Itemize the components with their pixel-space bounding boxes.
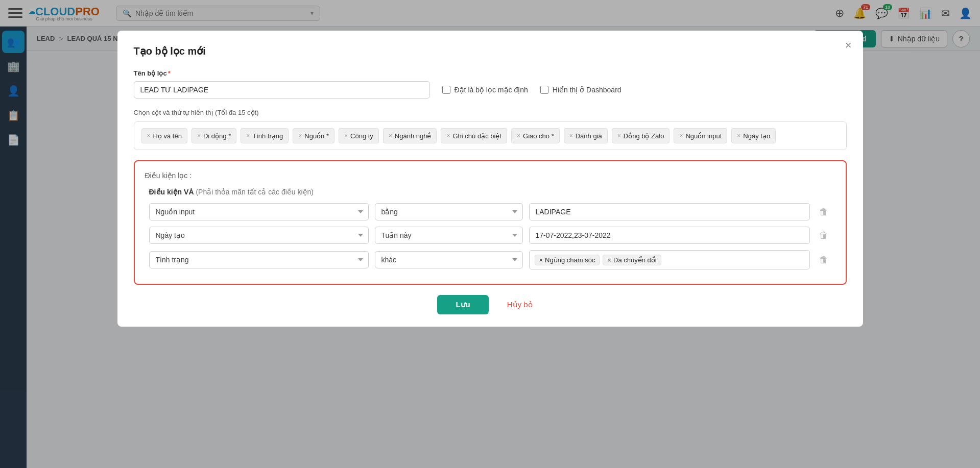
- condition-field-3[interactable]: Tình trạng: [149, 251, 369, 268]
- delete-condition-1-button[interactable]: 🗑: [816, 206, 831, 218]
- condition-field-2[interactable]: Ngày tạo: [149, 227, 369, 244]
- condition-value-2[interactable]: [529, 227, 810, 244]
- filter-name-row: Đặt là bộ lọc mặc định Hiển thị ở Dashbo…: [134, 81, 847, 98]
- remove-column-tag[interactable]: ×: [517, 132, 520, 139]
- remove-column-tag[interactable]: ×: [679, 132, 683, 139]
- required-marker: *: [168, 69, 171, 77]
- filter-modal: Tạo bộ lọc mới × Tên bộ lọc* Đặt là bộ l…: [117, 31, 863, 327]
- column-tag: × Ngành nghề: [383, 128, 437, 143]
- column-tag: × Đánh giá: [564, 128, 608, 143]
- modal-footer: Lưu Hủy bỏ: [134, 295, 847, 314]
- filter-conditions-title: Điều kiện lọc :: [145, 171, 835, 180]
- condition-group: Điều kiện VÀ (Phải thỏa mãn tất cả các đ…: [145, 188, 835, 269]
- remove-column-tag[interactable]: ×: [147, 132, 151, 139]
- close-icon[interactable]: ×: [845, 40, 852, 51]
- condition-operator-1[interactable]: bằng: [375, 203, 523, 220]
- remove-tag-1[interactable]: ×: [539, 256, 543, 264]
- remove-column-tag[interactable]: ×: [298, 132, 302, 139]
- column-tag: × Di động *: [192, 128, 236, 143]
- column-tag: × Nguồn input: [674, 128, 727, 143]
- delete-condition-3-button[interactable]: 🗑: [816, 254, 831, 266]
- column-tag: × Tình trạng: [241, 128, 289, 143]
- remove-column-tag[interactable]: ×: [344, 132, 348, 139]
- remove-column-tag[interactable]: ×: [197, 132, 201, 139]
- remove-tag-2[interactable]: ×: [607, 256, 611, 264]
- cancel-button[interactable]: Hủy bỏ: [497, 295, 543, 314]
- condition-operator-3[interactable]: khác: [375, 251, 523, 268]
- modal-overlay: Tạo bộ lọc mới × Tên bộ lọc* Đặt là bộ l…: [0, 0, 980, 468]
- save-button[interactable]: Lưu: [437, 295, 488, 314]
- condition-field-1[interactable]: Nguồn input: [149, 203, 369, 220]
- and-group-sub: (Phải thỏa mãn tất cả các điều kiện): [196, 188, 314, 196]
- column-tag: × Ghi chú đặc biệt: [441, 128, 507, 143]
- remove-column-tag[interactable]: ×: [446, 132, 450, 139]
- column-tag: × Đồng bộ Zalo: [612, 128, 670, 143]
- condition-tag-1: × Ngừng chăm sóc: [535, 255, 600, 265]
- remove-column-tag[interactable]: ×: [246, 132, 250, 139]
- column-tags-container: × Họ và tên× Di động *× Tình trạng× Nguồ…: [134, 121, 847, 150]
- condition-tag-1-label: Ngừng chăm sóc: [545, 256, 595, 264]
- condition-tag-2-label: Đã chuyển đổi: [613, 256, 657, 264]
- columns-section-label: Chọn cột và thứ tự hiển thị (Tối đa 15 c…: [134, 109, 847, 116]
- filter-conditions-box: Điều kiện lọc : Điều kiện VÀ (Phải thỏa …: [134, 160, 847, 285]
- modal-title: Tạo bộ lọc mới: [134, 45, 847, 57]
- condition-operator-2[interactable]: Tuần này: [375, 227, 523, 244]
- condition-row-1: Nguồn input bằng 🗑: [149, 203, 831, 220]
- checkbox-dashboard-group: Hiển thị ở Dashboard: [540, 86, 622, 94]
- condition-row-2: Ngày tạo Tuần này 🗑: [149, 227, 831, 244]
- remove-column-tag[interactable]: ×: [389, 132, 392, 139]
- column-tag: × Giao cho *: [511, 128, 560, 143]
- condition-tag-2: × Đã chuyển đổi: [603, 255, 661, 265]
- checkbox-dashboard-label: Hiển thị ở Dashboard: [553, 86, 622, 94]
- filter-name-input[interactable]: [134, 81, 430, 98]
- remove-column-tag[interactable]: ×: [737, 132, 740, 139]
- filter-name-label: Tên bộ lọc*: [134, 69, 847, 77]
- remove-column-tag[interactable]: ×: [617, 132, 621, 139]
- delete-condition-2-button[interactable]: 🗑: [816, 229, 831, 242]
- column-tag: × Nguồn *: [293, 128, 334, 143]
- and-group-label: Điều kiện VÀ (Phải thỏa mãn tất cả các đ…: [149, 188, 831, 196]
- checkbox-default[interactable]: [442, 86, 450, 94]
- column-tag: × Ngày tạo: [731, 128, 776, 143]
- checkbox-dashboard[interactable]: [540, 86, 548, 94]
- condition-row-3: Tình trạng khác × Ngừng chăm sóc × Đã ch…: [149, 250, 831, 269]
- remove-column-tag[interactable]: ×: [569, 132, 573, 139]
- condition-value-1[interactable]: [529, 203, 810, 220]
- checkbox-default-group: Đặt là bộ lọc mặc định: [442, 86, 528, 94]
- checkbox-default-label: Đặt là bộ lọc mặc định: [455, 86, 528, 94]
- column-tag: × Họ và tên: [141, 128, 187, 143]
- column-tag: × Công ty: [339, 128, 379, 143]
- condition-value-3: × Ngừng chăm sóc × Đã chuyển đổi: [529, 250, 810, 269]
